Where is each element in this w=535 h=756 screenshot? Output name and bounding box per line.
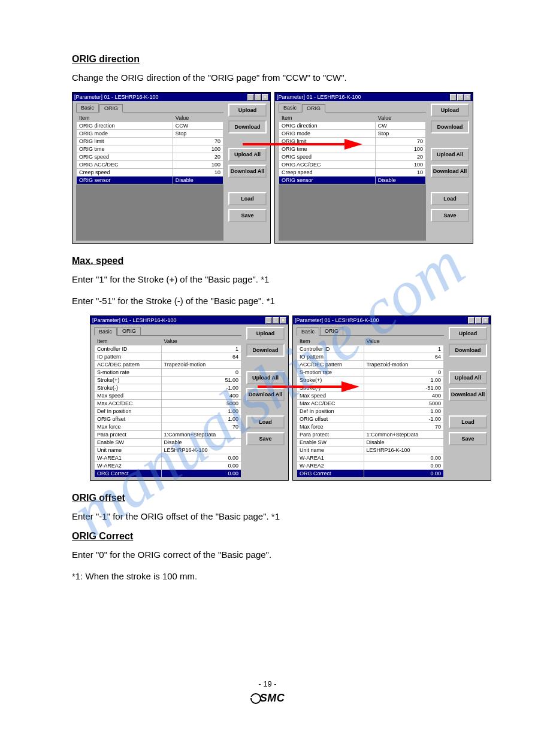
save-button[interactable]: Save (228, 209, 267, 222)
minimize-icon[interactable]: _ (265, 317, 272, 324)
table-row[interactable]: Creep speed10 (77, 169, 223, 177)
maximize-icon[interactable]: □ (255, 94, 261, 101)
upload-all-button[interactable]: Upload All (431, 148, 469, 161)
section-title-max-speed: Max. speed (72, 256, 499, 266)
close-icon[interactable]: × (482, 317, 489, 324)
maximize-icon[interactable]: □ (273, 317, 279, 324)
tab-orig[interactable]: ORIG (302, 104, 325, 113)
upload-all-button[interactable]: Upload All (449, 371, 487, 384)
table-row[interactable]: ORG Correct0.00 (297, 470, 444, 478)
table-row[interactable]: Para protect1:Common+StepData (95, 431, 241, 439)
table-row[interactable]: W-AREA10.00 (95, 454, 241, 462)
download-button[interactable]: Download (431, 120, 469, 133)
save-button[interactable]: Save (431, 209, 469, 222)
table-row[interactable]: ORIG offset1.00 (95, 415, 241, 423)
load-button[interactable]: Load (431, 192, 469, 205)
table-row[interactable]: S-motion rate0 (95, 369, 241, 377)
table-row[interactable]: ORIG directionCCW (77, 122, 223, 130)
smc-logo-icon (250, 693, 260, 703)
table-row[interactable]: ORIG sensorDisable (77, 177, 223, 184)
load-button[interactable]: Load (246, 415, 285, 429)
table-row[interactable]: Controller ID1 (95, 345, 241, 353)
download-all-button[interactable]: Download All (228, 165, 267, 178)
table-row[interactable]: Max speed400 (95, 392, 241, 400)
close-icon[interactable]: × (464, 94, 471, 101)
table-row[interactable]: IO pattern64 (95, 353, 241, 361)
table-row[interactable]: ORIG time100 (77, 145, 223, 153)
table-row[interactable]: Max force70 (95, 423, 241, 431)
svg-marker-1 (344, 139, 362, 150)
table-row[interactable]: Controller ID1 (297, 345, 444, 353)
table-row[interactable]: ORIG directionCW (279, 122, 426, 130)
minimize-icon[interactable]: _ (468, 317, 474, 324)
maximize-icon[interactable]: □ (475, 317, 482, 324)
tab-orig[interactable]: ORIG (117, 327, 141, 335)
table-row[interactable]: ORIG limit70 (77, 138, 223, 145)
table-row[interactable]: ORIG modeStop (77, 130, 223, 138)
table-row[interactable]: W-AREA20.00 (297, 462, 444, 470)
table-row[interactable]: W-AREA20.00 (95, 462, 241, 470)
download-button[interactable]: Download (449, 344, 487, 357)
table-row[interactable]: Unit nameLESHRP16-K-100 (297, 447, 444, 454)
table-row[interactable]: Para protect1:Common+StepData (297, 431, 444, 439)
table-row[interactable]: Def In position1.00 (95, 408, 241, 415)
table-row[interactable]: ACC/DEC patternTrapezoid-motion (95, 361, 241, 369)
download-button[interactable]: Download (246, 344, 285, 357)
window-title: [Parameter] 01 - LESHRP16-K-100 (295, 317, 379, 323)
table-row[interactable]: Unit nameLESHRP16-K-100 (95, 447, 241, 454)
download-all-button[interactable]: Download All (449, 388, 487, 401)
close-icon[interactable]: × (262, 94, 268, 101)
load-button[interactable]: Load (228, 192, 267, 205)
table-row[interactable]: Max ACC/DEC5000 (95, 400, 241, 408)
titlebar: [Parameter] 01 - LESHRP16-K-100 _ □ × (275, 93, 473, 101)
upload-button[interactable]: Upload (431, 104, 469, 117)
table-row[interactable]: Max ACC/DEC5000 (297, 400, 444, 408)
table-row[interactable]: Stroke(-)-1.00 (95, 384, 241, 392)
table-row[interactable]: Enable SWDisable (95, 439, 241, 447)
parameter-window-after-basic: [Parameter] 01 - LESHRP16-K-100 _ □ × Ba… (292, 315, 491, 481)
tab-basic[interactable]: Basic (94, 327, 117, 336)
save-button[interactable]: Save (449, 432, 487, 445)
table-row[interactable]: Def In position1.00 (297, 408, 444, 415)
table-row[interactable]: ORIG ACC/DEC100 (77, 161, 223, 169)
tab-basic[interactable]: Basic (279, 104, 301, 112)
minimize-icon[interactable]: _ (450, 94, 457, 101)
body-text-s2a: Enter "1" for the Stroke (+) of the "Bas… (72, 272, 499, 287)
load-button[interactable]: Load (449, 415, 487, 429)
table-row[interactable]: ORIG offset-1.00 (297, 415, 444, 423)
page-number: - 19 - (0, 679, 535, 688)
table-row[interactable]: ORIG sensorDisable (279, 177, 426, 184)
table-row[interactable]: Creep speed10 (279, 169, 426, 177)
arrow-right-icon (258, 378, 359, 396)
download-button[interactable]: Download (228, 120, 267, 133)
download-all-button[interactable]: Download All (431, 165, 469, 178)
table-row[interactable]: Enable SWDisable (297, 439, 444, 447)
save-button[interactable]: Save (246, 432, 285, 445)
maximize-icon[interactable]: □ (457, 94, 464, 101)
tab-basic[interactable]: Basic (76, 104, 99, 112)
table-row[interactable]: Max force70 (297, 423, 444, 431)
tab-orig[interactable]: ORIG (99, 104, 123, 113)
upload-button[interactable]: Upload (228, 104, 267, 117)
tab-orig[interactable]: ORIG (320, 327, 343, 335)
minimize-icon[interactable]: _ (247, 94, 254, 101)
table-row[interactable]: W-AREA10.00 (297, 454, 444, 462)
window-title: [Parameter] 01 - LESHRP16-K-100 (92, 317, 177, 323)
tab-basic[interactable]: Basic (297, 327, 319, 336)
parameter-window-before-orig: [Parameter] 01 - LESHRP16-K-100 _ □ × Ba… (72, 92, 271, 244)
table-row[interactable]: Stroke(+)51.00 (95, 377, 241, 384)
body-text-s1: Change the ORIG direction of the "ORIG p… (72, 71, 499, 85)
titlebar: [Parameter] 01 - LESHRP16-K-100 _ □ × (90, 316, 288, 324)
table-row[interactable]: IO pattern64 (297, 353, 444, 361)
close-icon[interactable]: × (280, 317, 286, 324)
table-row[interactable]: ACC/DEC patternTrapezoid-motion (297, 361, 444, 369)
upload-button[interactable]: Upload (449, 327, 487, 340)
table-row[interactable]: ORIG speed20 (77, 153, 223, 161)
upload-button[interactable]: Upload (246, 327, 285, 340)
body-text-s4b: *1: When the stroke is 100 mm. (72, 569, 499, 584)
table-row[interactable]: ORIG ACC/DEC100 (279, 161, 426, 169)
table-row[interactable]: ORG Correct0.00 (95, 470, 241, 478)
table-row[interactable]: S-motion rate0 (297, 369, 444, 377)
table-row[interactable]: ORIG speed20 (279, 153, 426, 161)
window-title: [Parameter] 01 - LESHRP16-K-100 (74, 94, 159, 100)
